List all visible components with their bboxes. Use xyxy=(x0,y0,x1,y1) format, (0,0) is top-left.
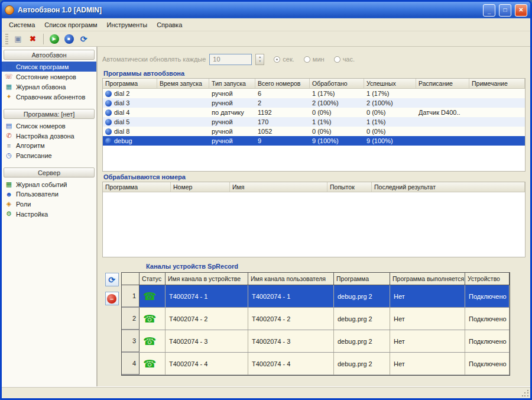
col-program[interactable]: Программа xyxy=(334,273,390,285)
sidebar-item-subscribers[interactable]: ✦ Справочник абонентов xyxy=(2,92,96,102)
sidebar-item-algorithm[interactable]: ≡ Алгоритм xyxy=(2,141,96,150)
sidebar-item-program-list[interactable]: ▤ Список программ xyxy=(2,62,96,72)
title-bar[interactable]: Автообзвон 1.0 [ADMIN] _ □ ✕ xyxy=(2,2,530,18)
properties-button[interactable]: ▣ xyxy=(11,33,25,46)
col-device-channel[interactable]: Имя канала в устройстве xyxy=(166,273,248,285)
status-bar xyxy=(2,386,530,398)
sidebar-item-dial-settings[interactable]: ✆ Настройка дозвона xyxy=(2,131,96,141)
col-program[interactable]: Программа xyxy=(103,182,171,192)
col-device[interactable]: Устройство xyxy=(465,273,510,285)
refresh-button[interactable]: ⟳ xyxy=(77,33,90,46)
unit-seconds-label: сек. xyxy=(283,56,294,63)
col-name[interactable]: Имя xyxy=(230,182,327,192)
toolbar-grip[interactable] xyxy=(5,34,8,44)
col-number[interactable]: Номер xyxy=(171,182,230,192)
col-processed[interactable]: Обработано xyxy=(310,79,364,88)
channels-refresh-icon: ⟳ xyxy=(108,275,115,285)
start-type-cell: ручной xyxy=(209,137,255,144)
sidebar-item-settings[interactable]: ⚙ Настройка xyxy=(2,209,96,219)
sidebar-item-numbers-state[interactable]: ☏ Состояние номеров xyxy=(2,72,96,82)
refresh-icon: ⟳ xyxy=(80,34,87,44)
main-panel: Автоматически обновлять каждые 10 ▲▼ сек… xyxy=(98,47,530,386)
channels-table: Статус Имя канала в устройстве Имя канал… xyxy=(121,272,510,376)
sidebar-item-call-log[interactable]: ▦ Журнал обзвона xyxy=(2,82,96,92)
minimize-button[interactable]: _ xyxy=(483,4,495,17)
col-schedule[interactable]: Расписание xyxy=(416,79,469,88)
delete-button[interactable]: ✖ xyxy=(26,33,40,46)
start-type-cell: по датчику xyxy=(209,109,255,116)
close-button[interactable]: ✕ xyxy=(515,4,527,17)
sidebar-group-autodial: Автообзвон ▤ Список программ ☏ Состояние… xyxy=(2,50,96,102)
call-log-icon: ▦ xyxy=(5,83,13,91)
sidebar-item-roles[interactable]: ◈ Роли xyxy=(2,199,96,209)
sidebar-item-number-list[interactable]: ▤ Список номеров xyxy=(2,121,96,131)
running-cell: Нет xyxy=(390,353,465,375)
resize-grip[interactable] xyxy=(522,390,530,398)
maximize-button[interactable]: □ xyxy=(499,4,511,17)
program-list-icon: ▤ xyxy=(5,63,13,70)
stop-button[interactable]: ■ xyxy=(62,33,76,46)
program-name-cell: dial 5 xyxy=(103,118,157,125)
device-channel-cell: T4002074 - 1 xyxy=(166,285,248,307)
start-type-cell: ручной xyxy=(209,99,255,107)
channel-row-selected[interactable]: 1 ☎ T4002074 - 1 T4002074 - 1 debug.prg … xyxy=(122,285,510,308)
table-row[interactable]: dial 2 ручной 6 1 (17%) 1 (17%) xyxy=(103,89,525,98)
table-row-selected[interactable]: debug ручной 9 9 (100%) 9 (100%) xyxy=(103,136,525,146)
running-cell: Нет xyxy=(390,308,465,330)
col-user-channel[interactable]: Имя канала пользователя xyxy=(248,273,334,285)
col-program-running[interactable]: Программа выполняется xyxy=(390,273,465,285)
channel-row[interactable]: 3 ☎ T4002074 - 3 T4002074 - 3 debug.prg … xyxy=(122,330,510,353)
channels-stop-button[interactable]: – xyxy=(105,292,119,305)
group-header-autodial: Автообзвон xyxy=(4,50,95,60)
sidebar-group-program: Программа: [нет] ▤ Список номеров ✆ Наст… xyxy=(2,109,96,160)
processed-cell: 2 (100%) xyxy=(310,99,364,107)
col-start-type[interactable]: Тип запуска xyxy=(209,79,255,88)
status-cell: ☎ xyxy=(140,308,166,330)
channels-refresh-button[interactable]: ⟳ xyxy=(105,273,119,286)
col-rownum[interactable] xyxy=(122,273,140,285)
schedule-icon: ◷ xyxy=(5,151,13,159)
col-program[interactable]: Программа xyxy=(103,79,157,88)
col-attempts[interactable]: Попыток xyxy=(327,182,372,192)
unit-hours-option[interactable]: час. xyxy=(334,56,355,63)
user-channel-cell: T4002074 - 3 xyxy=(248,330,334,352)
menu-bar: Система Список программ Инструменты Спра… xyxy=(2,18,530,31)
table-row[interactable]: dial 5 ручной 170 1 (1%) 1 (1%) xyxy=(103,117,525,127)
start-type-cell: ручной xyxy=(209,118,255,125)
sidebar-item-label: Расписание xyxy=(16,152,52,159)
refresh-interval-input[interactable]: 10 xyxy=(209,54,252,65)
col-status[interactable]: Статус xyxy=(140,273,166,285)
channel-row[interactable]: 4 ☎ T4002074 - 4 T4002074 - 4 debug.prg … xyxy=(122,353,510,375)
row-number: 1 xyxy=(122,285,140,307)
unit-seconds-option[interactable]: сек. xyxy=(274,56,294,63)
col-start-time[interactable]: Время запуска xyxy=(157,79,209,88)
auto-refresh-row: Автоматически обновлять каждые 10 ▲▼ сек… xyxy=(102,50,525,68)
refresh-interval-stepper[interactable]: ▲▼ xyxy=(255,54,264,65)
menu-system[interactable]: Система xyxy=(4,20,40,30)
start-type-cell: ручной xyxy=(209,90,255,97)
sidebar-item-label: Справочник абонентов xyxy=(16,93,85,101)
sidebar-item-label: Журнал событий xyxy=(16,181,67,188)
channel-row[interactable]: 2 ☎ T4002074 - 2 T4002074 - 2 debug.prg … xyxy=(122,308,510,330)
unit-minutes-option[interactable]: мин xyxy=(304,56,325,63)
col-last-result[interactable]: Последний результат xyxy=(372,182,525,192)
menu-help[interactable]: Справка xyxy=(152,20,187,30)
menu-tools[interactable]: Инструменты xyxy=(102,20,153,30)
table-row[interactable]: dial 3 ручной 2 2 (100%) 2 (100%) xyxy=(103,98,525,108)
program-icon xyxy=(105,119,112,125)
sidebar-item-event-log[interactable]: ▦ Журнал событий xyxy=(2,179,96,189)
col-note[interactable]: Примечание xyxy=(469,79,525,88)
phone-icon: ☎ xyxy=(143,359,156,369)
sidebar-item-schedule[interactable]: ◷ Расписание xyxy=(2,150,96,160)
table-row[interactable]: dial 8 ручной 1052 0 (0%) 0 (0%) xyxy=(103,127,525,136)
window-title: Автообзвон 1.0 [ADMIN] xyxy=(18,6,479,14)
table-row[interactable]: dial 4 по датчику 1192 0 (0%) 0 (0%) Дат… xyxy=(103,108,525,117)
start-button[interactable]: ▶ xyxy=(47,33,61,46)
sidebar-item-users[interactable]: ☻ Пользователи xyxy=(2,189,96,199)
program-cell: debug.prg 2 xyxy=(334,285,390,307)
col-success[interactable]: Успешных xyxy=(364,79,416,88)
col-total-numbers[interactable]: Всего номеров xyxy=(255,79,310,88)
phone-icon: ☎ xyxy=(143,314,156,324)
menu-program-list[interactable]: Список программ xyxy=(40,20,102,30)
program-icon xyxy=(105,91,112,97)
